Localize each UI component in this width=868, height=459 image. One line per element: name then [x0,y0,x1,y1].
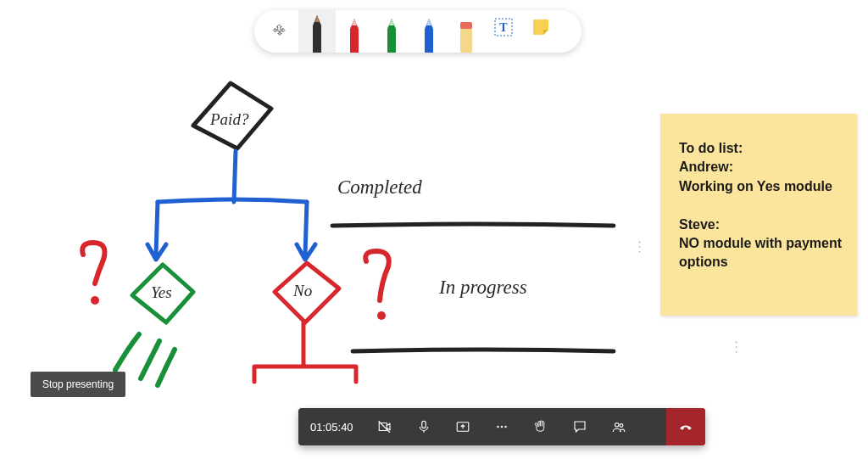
eraser-icon [457,10,476,53]
pen-icon [419,10,439,53]
hangup-icon [678,419,693,434]
sticky-note-icon [531,18,550,36]
chat-icon [572,419,587,434]
sticky-note-tool[interactable] [522,10,559,53]
sticky-name-2: Steve: [679,216,842,234]
svg-point-1 [377,311,386,320]
mic-icon [416,419,431,434]
svg-point-12 [615,423,619,428]
heading-in-progress: In progress [439,277,527,299]
eraser-tool[interactable] [448,10,485,53]
participants[interactable] [599,408,638,445]
flow-node-no: No [293,282,312,300]
pen-icon [307,10,327,53]
sticky-task-2: NO module with payment options [679,234,842,272]
sticky-name-1: Andrew: [679,158,842,176]
svg-text:T: T [499,21,508,34]
share-icon [455,419,470,434]
meeting-control-bar: 01:05:40 [298,408,705,445]
move-tool[interactable] [261,10,298,53]
svg-point-13 [620,424,623,428]
stop-presenting-button[interactable]: Stop presenting [31,372,125,397]
svg-point-10 [500,426,502,428]
chat-toggle[interactable] [560,408,599,445]
camera-off-icon [377,419,392,434]
svg-point-11 [504,426,506,428]
flow-node-yes: Yes [151,283,172,302]
raise-hand[interactable] [521,408,560,445]
resize-handle-icon[interactable]: ⋰ [728,339,743,355]
move-icon [272,24,287,39]
svg-point-0 [91,296,99,305]
pen-green[interactable] [373,10,410,53]
heading-completed: Completed [337,176,422,199]
pen-icon [344,10,364,53]
whiteboard-toolbar: T [254,10,581,53]
svg-point-9 [497,426,498,428]
more-actions[interactable] [482,408,521,445]
pen-red[interactable] [336,10,373,53]
sticky-note[interactable]: To do list: Andrew: Working on Yes modul… [660,114,857,316]
hang-up[interactable] [666,408,705,445]
text-tool[interactable]: T [485,10,522,53]
svg-rect-3 [460,22,472,29]
meeting-timer: 01:05:40 [298,421,365,434]
sticky-task-1: Working on Yes module [679,177,842,196]
sticky-title: To do list: [679,139,842,158]
flow-node-paid: Paid? [210,110,248,129]
text-icon: T [494,18,513,36]
camera-toggle[interactable] [365,408,404,445]
pen-black[interactable] [298,10,336,53]
share-toggle[interactable] [443,408,482,445]
ellipsis-icon [494,419,509,434]
resize-handle-icon[interactable]: ⋰ [632,239,647,255]
hand-icon [533,419,548,434]
pen-icon [381,10,402,53]
people-icon [611,419,626,434]
pen-blue[interactable] [410,10,448,53]
svg-rect-7 [421,421,426,428]
mic-toggle[interactable] [404,408,443,445]
